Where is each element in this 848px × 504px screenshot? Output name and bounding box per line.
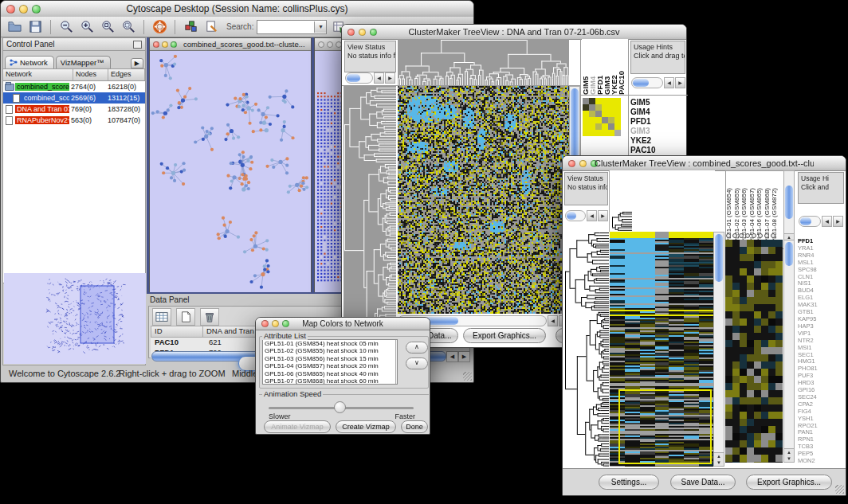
- dialog-titlebar[interactable]: Map Colors to Network: [256, 318, 430, 330]
- search-input[interactable]: ▾: [257, 20, 327, 34]
- column-header-edges[interactable]: Edges: [108, 69, 145, 80]
- close-button[interactable]: [347, 29, 355, 36]
- tv1-row-dendrogram[interactable]: [344, 86, 396, 338]
- tv1-hints-scrollbar[interactable]: ◀ ▶: [631, 77, 685, 88]
- zoom-out-icon[interactable]: [57, 18, 75, 36]
- help-icon[interactable]: [151, 18, 168, 36]
- create-vizmap-button[interactable]: Create Vizmap: [336, 420, 396, 433]
- tv1-titlebar[interactable]: ClusterMaker TreeView : DNA and Tran 07-…: [342, 25, 686, 40]
- select-attributes-icon[interactable]: [152, 308, 171, 326]
- vizmapper-icon[interactable]: [182, 18, 199, 36]
- zoom-selected-icon[interactable]: [99, 18, 116, 36]
- save-icon[interactable]: [26, 18, 44, 36]
- network-frame-titlebar[interactable]: combined_scores_good.txt--cluste...: [150, 38, 311, 51]
- tv2-zoom-scrollbar[interactable]: ▲▼: [783, 240, 795, 463]
- scroll-right-icon[interactable]: ▶: [385, 72, 395, 84]
- network-row[interactable]: combined_scores2764(0)16218(0): [3, 81, 145, 92]
- attribute-item[interactable]: GPL51-01 (GSM854) heat shock 05 min: [263, 340, 397, 347]
- annotation-icon[interactable]: [202, 18, 220, 36]
- tab-network[interactable]: Network: [5, 56, 54, 68]
- minimize-button[interactable]: [359, 29, 366, 36]
- tv1-column-dendrogram[interactable]: [398, 39, 569, 85]
- frame-minimize-button[interactable]: [162, 41, 168, 48]
- open-file-icon[interactable]: [6, 18, 23, 36]
- resize-grip[interactable]: [835, 485, 844, 494]
- tv1-summary-matrix[interactable]: [583, 98, 621, 136]
- column-header-nodes[interactable]: Nodes: [73, 69, 108, 80]
- inactive-minimize-button[interactable]: [327, 41, 333, 48]
- tv2-titlebar[interactable]: ClusterMaker TreeView : combined_scores_…: [563, 156, 846, 171]
- attribute-item[interactable]: GPL51-04 (GSM857) heat shock 20 min: [263, 362, 397, 369]
- scroll-left-icon[interactable]: ◀: [822, 216, 832, 227]
- row-label: GIM4: [630, 107, 656, 117]
- animate-vizmap-button[interactable]: Animate Vizmap: [264, 420, 331, 433]
- attribute-item[interactable]: GPL51-02 (GSM855) heat shock 10 min: [263, 347, 397, 354]
- scroll-right-icon[interactable]: ▶: [458, 351, 470, 362]
- gene-label[interactable]: MON2: [798, 458, 844, 465]
- minimize-button[interactable]: [19, 5, 28, 14]
- network-row[interactable]: RNAPuberNov2+|563(0)107847(0): [3, 115, 145, 126]
- float-panel-icon[interactable]: [133, 41, 142, 49]
- resize-grip[interactable]: [463, 372, 472, 381]
- tv2-status-scrollbar[interactable]: ◀ ▶: [565, 210, 608, 221]
- node-dot-icon: [752, 233, 756, 238]
- tv2-row-dendrogram[interactable]: [564, 232, 609, 467]
- scroll-left-icon[interactable]: ◀: [446, 351, 458, 362]
- tv1-heatmap[interactable]: [398, 86, 569, 314]
- minimize-button[interactable]: [272, 320, 279, 327]
- network-row[interactable]: DNA and Tran 07769(0)183728(0): [3, 104, 145, 115]
- network-view-frame[interactable]: combined_scores_good.txt--cluste...: [149, 37, 312, 292]
- network-overview-panel[interactable]: [4, 273, 144, 364]
- network-graph-canvas[interactable]: [150, 51, 311, 292]
- tv1-status-scrollbar[interactable]: ◀ ▶: [345, 72, 395, 83]
- attribute-item[interactable]: GPL51-03 (GSM856) heat shock 15 min: [263, 355, 397, 362]
- move-up-button[interactable]: ∧: [406, 342, 428, 354]
- zoom-fit-icon[interactable]: [120, 18, 137, 36]
- scroll-right-icon[interactable]: ▶: [598, 210, 608, 221]
- done-button[interactable]: Done: [401, 420, 428, 433]
- inactive-close-button[interactable]: [318, 41, 324, 48]
- scroll-up-icon[interactable]: ▲: [784, 449, 794, 455]
- main-titlebar[interactable]: Cytoscape Desktop (Session Name: collins…: [1, 1, 473, 18]
- zoom-in-icon[interactable]: [78, 18, 96, 36]
- scroll-left-icon[interactable]: ◀: [587, 210, 597, 221]
- scroll-left-icon[interactable]: ◀: [548, 315, 558, 326]
- network-row[interactable]: combined_sco2569(6)13112(15): [3, 92, 145, 104]
- attribute-item[interactable]: GPL51-07 (GSM868) heat shock 60 min: [263, 377, 397, 385]
- scroll-left-icon[interactable]: ◀: [374, 72, 384, 84]
- attribute-list-scrollbar[interactable]: ▲▼: [395, 340, 398, 384]
- tv2-column-labels-scrollbar[interactable]: ▲▼: [783, 170, 795, 248]
- scroll-right-icon[interactable]: ▶: [675, 77, 685, 88]
- id-column-header[interactable]: ID: [151, 326, 203, 337]
- tab-overflow-button[interactable]: ▶: [131, 58, 143, 68]
- scroll-left-icon[interactable]: ◀: [664, 77, 674, 88]
- close-button[interactable]: [6, 5, 15, 14]
- settings-button[interactable]: Settings...: [599, 475, 659, 490]
- frame-zoom-button[interactable]: [171, 41, 177, 48]
- scroll-up-icon[interactable]: ▲: [714, 453, 724, 459]
- scroll-right-icon[interactable]: ▶: [833, 216, 843, 227]
- move-down-button[interactable]: ∨: [406, 357, 428, 369]
- attribute-list[interactable]: GPL51-01 (GSM854) heat shock 05 minGPL51…: [262, 339, 398, 385]
- frame-close-button[interactable]: [153, 41, 159, 48]
- column-header-network[interactable]: Network: [3, 69, 73, 80]
- tab-vizmapper[interactable]: VizMapper™: [56, 56, 111, 68]
- export-graphics-button[interactable]: Export Graphics...: [463, 328, 546, 343]
- delete-attribute-icon[interactable]: [200, 308, 219, 326]
- close-button[interactable]: [261, 320, 269, 327]
- slider-thumb[interactable]: [334, 401, 346, 413]
- scroll-down-icon[interactable]: ▼: [714, 459, 724, 466]
- tv2-heatmap[interactable]: [610, 232, 713, 467]
- tv2-zoom-heatmap[interactable]: [725, 240, 783, 463]
- tv2-hints-scrollbar[interactable]: ◀ ▶: [799, 216, 843, 226]
- save-data-button[interactable]: Save Data...: [670, 475, 736, 490]
- new-attribute-icon[interactable]: [176, 308, 195, 326]
- attribute-item[interactable]: GPL51-06 (GSM865) heat shock 40 min: [263, 370, 397, 377]
- scroll-down-icon[interactable]: ▼: [784, 455, 794, 462]
- minimize-button[interactable]: [579, 160, 587, 167]
- scroll-down-icon[interactable]: ▼: [396, 379, 398, 384]
- export-graphics-button[interactable]: Export Graphics...: [746, 475, 832, 490]
- chevron-down-icon[interactable]: ▾: [314, 21, 326, 33]
- close-button[interactable]: [568, 160, 575, 167]
- tv2-vertical-scrollbar[interactable]: ▲▼: [713, 232, 724, 467]
